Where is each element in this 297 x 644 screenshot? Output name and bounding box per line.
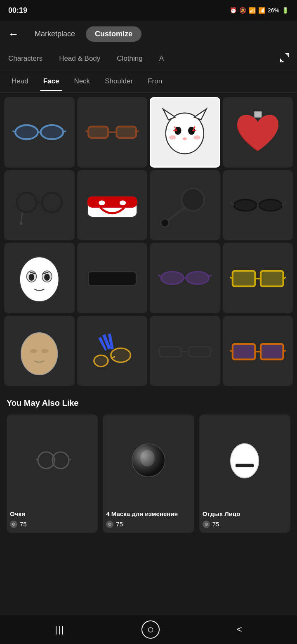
menu-button[interactable]: ||| <box>47 622 73 637</box>
rec-item-mask[interactable]: 4 Маска для изменения ⊙ 75 <box>103 414 194 533</box>
item-claw-glasses[interactable] <box>77 316 148 386</box>
item-brown-glasses[interactable] <box>77 97 148 168</box>
item-yellow-glasses[interactable] <box>223 243 293 313</box>
wifi-icon: 📶 <box>249 7 256 14</box>
svg-line-49 <box>209 275 212 276</box>
category-more[interactable]: A <box>151 50 172 68</box>
svg-point-40 <box>29 274 35 281</box>
alarm-icon: ⏰ <box>230 7 237 14</box>
back-button[interactable]: ← <box>8 28 19 40</box>
rec-price-glasses: ⊙ 75 <box>10 521 94 528</box>
item-black-visor[interactable] <box>77 243 148 313</box>
svg-point-45 <box>161 272 184 284</box>
svg-rect-51 <box>261 271 283 286</box>
signal-icon: 📶 <box>258 7 265 14</box>
svg-rect-62 <box>189 347 210 357</box>
svg-point-56 <box>30 349 37 353</box>
category-head-body[interactable]: Head & Body <box>51 50 108 68</box>
svg-point-34 <box>234 199 257 211</box>
recommendations-title: You May Also Like <box>7 398 290 408</box>
item-anime-face[interactable] <box>4 243 75 313</box>
svg-point-20 <box>183 137 187 140</box>
item-cat-face[interactable] <box>150 97 220 168</box>
item-thin-glasses[interactable] <box>150 316 220 386</box>
rec-name-white-mask: Отдых Лицо <box>203 510 287 518</box>
svg-point-58 <box>111 348 130 362</box>
rec-price-white-mask: ⊙ 75 <box>203 521 287 528</box>
robux-icon-2: ⊙ <box>106 521 113 528</box>
item-blue-sunglasses[interactable] <box>4 97 75 168</box>
svg-point-26 <box>20 222 23 225</box>
svg-point-41 <box>44 274 50 281</box>
category-clothing[interactable]: Clothing <box>108 50 151 68</box>
svg-point-29 <box>99 200 105 205</box>
items-grid <box>0 93 297 390</box>
svg-point-78 <box>231 443 259 478</box>
sub-tab-face[interactable]: Face <box>36 71 67 91</box>
item-headset[interactable] <box>150 170 220 241</box>
svg-rect-7 <box>88 127 108 138</box>
svg-rect-44 <box>88 272 136 286</box>
svg-point-33 <box>161 219 169 227</box>
svg-point-35 <box>259 199 282 211</box>
sub-tab-front[interactable]: Fron <box>140 71 170 91</box>
rec-grid: Очки ⊙ 75 <box>7 414 290 533</box>
expand-icon[interactable] <box>272 48 297 70</box>
battery-icon: 🔋 <box>282 7 289 14</box>
svg-point-77 <box>140 450 155 466</box>
svg-rect-61 <box>160 347 181 357</box>
rec-name-mask: 4 Маска для изменения <box>106 510 191 518</box>
item-purple-glasses[interactable] <box>150 243 220 313</box>
item-smile-mask[interactable] <box>77 170 148 241</box>
sub-tab-head[interactable]: Head <box>4 71 36 91</box>
svg-point-46 <box>186 272 209 284</box>
tab-marketplace[interactable]: Marketplace <box>26 26 84 42</box>
svg-rect-66 <box>232 344 255 360</box>
svg-rect-21 <box>254 111 262 117</box>
svg-point-2 <box>15 125 38 139</box>
svg-point-31 <box>182 188 204 211</box>
item-skin-face[interactable] <box>4 316 75 386</box>
item-heart-meat[interactable] <box>223 97 293 168</box>
robux-icon-3: ⊙ <box>203 521 210 528</box>
rec-info-glasses: Очки ⊙ 75 <box>7 506 98 533</box>
svg-point-3 <box>41 125 64 139</box>
category-characters[interactable]: Characters <box>0 50 51 68</box>
svg-point-30 <box>119 200 126 205</box>
svg-line-48 <box>158 275 161 276</box>
rec-info-white-mask: Отдых Лицо ⊙ 75 <box>199 506 290 533</box>
sub-tab-shoulder[interactable]: Shoulder <box>97 71 140 91</box>
rec-item-white-mask[interactable]: Отдых Лицо ⊙ 75 <box>199 414 290 533</box>
rec-image-glasses <box>7 414 98 506</box>
svg-point-19 <box>194 135 200 140</box>
bottom-nav: ||| ○ < <box>0 615 297 644</box>
svg-line-32 <box>166 208 185 221</box>
category-tabs: Characters Head & Body Clothing A <box>0 47 297 70</box>
home-button[interactable]: ○ <box>141 620 160 639</box>
svg-rect-67 <box>261 344 283 360</box>
mute-icon: 🔕 <box>239 7 246 14</box>
rec-item-glasses[interactable]: Очки ⊙ 75 <box>7 414 98 533</box>
status-icons: ⏰ 🔕 📶 📶 26% 🔋 <box>230 7 289 14</box>
status-time: 00:19 <box>8 6 27 15</box>
item-orange-purple-glasses[interactable] <box>223 316 293 386</box>
recommendations-section: You May Also Like Очки ⊙ 75 <box>0 390 297 541</box>
svg-point-55 <box>21 332 58 374</box>
item-round-glasses-dark[interactable] <box>4 170 75 241</box>
svg-point-59 <box>94 355 108 366</box>
status-bar: 00:19 ⏰ 🔕 📶 📶 26% 🔋 <box>0 0 297 21</box>
svg-point-18 <box>169 135 176 140</box>
sub-tabs: Head Face Neck Shoulder Fron <box>0 70 297 93</box>
item-dark-wing-glasses[interactable] <box>223 170 293 241</box>
rec-price-mask: ⊙ 75 <box>106 521 191 528</box>
tab-customize[interactable]: Customize <box>86 26 141 42</box>
nav-tabs: Marketplace Customize <box>26 26 141 42</box>
back-nav-button[interactable]: < <box>229 622 250 637</box>
sub-tab-neck[interactable]: Neck <box>66 71 97 91</box>
rec-name-glasses: Очки <box>10 510 94 518</box>
battery-text: 26% <box>268 7 279 14</box>
svg-point-57 <box>41 349 48 353</box>
robux-icon: ⊙ <box>10 521 17 528</box>
rec-info-mask: 4 Маска для изменения ⊙ 75 <box>103 506 194 533</box>
svg-point-37 <box>20 257 59 302</box>
